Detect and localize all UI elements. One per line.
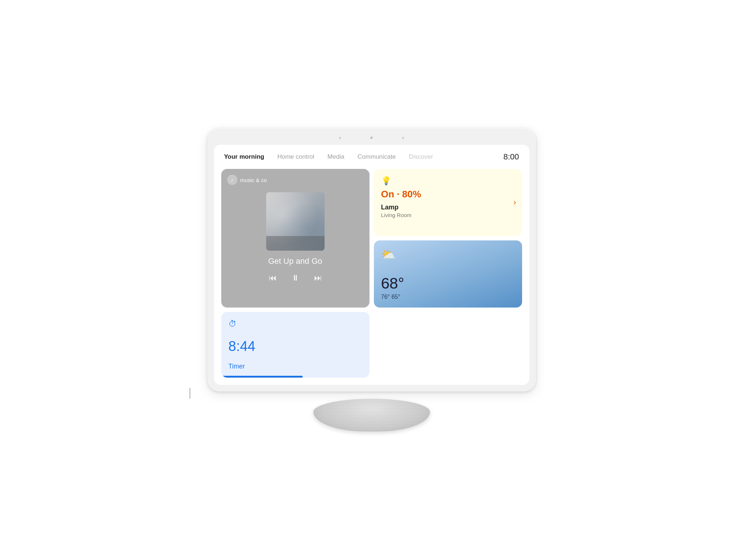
lamp-icon: 💡 [381, 176, 515, 186]
speaker-base [313, 399, 430, 432]
lamp-status: On · 80% [381, 189, 515, 200]
timer-progress-bar [221, 376, 303, 378]
timer-time: 8:44 [229, 339, 362, 354]
google-nest-hub: Your morning Home control Media Communic… [207, 128, 536, 432]
lamp-card[interactable]: 💡 On · 80% Lamp Living Room › [374, 169, 522, 236]
speaker-base-wrapper [313, 388, 430, 432]
weather-card[interactable]: ⛅ 68° 76° 65° [374, 240, 522, 308]
weather-temperature: 68° [381, 275, 515, 292]
nav-home-control[interactable]: Home control [277, 153, 314, 161]
power-cable [189, 388, 191, 399]
nav-media[interactable]: Media [328, 153, 344, 161]
music-card[interactable]: ♪ music & co Get Up and Go ⏮ ⏸ ⏭ [221, 169, 369, 308]
timer-card[interactable]: ⏱ 8:44 Timer [221, 312, 369, 378]
nav-communicate[interactable]: Communicate [357, 153, 396, 161]
skip-next-button[interactable]: ⏭ [314, 273, 322, 283]
lamp-name: Lamp [381, 204, 515, 211]
camera-dot-right [402, 137, 404, 139]
camera-dot-center [370, 136, 373, 139]
timer-icon: ⏱ [229, 319, 362, 329]
nav-your-morning[interactable]: Your morning [224, 153, 264, 161]
song-title: Get Up and Go [227, 256, 364, 266]
nav-bar: Your morning Home control Media Communic… [214, 145, 529, 167]
chevron-right-icon[interactable]: › [513, 198, 516, 207]
clock-display: 8:00 [503, 152, 519, 162]
device-body: Your morning Home control Media Communic… [207, 128, 536, 391]
music-controls: ⏮ ⏸ ⏭ [227, 273, 364, 283]
timer-label: Timer [229, 363, 362, 370]
weather-temp-range: 76° 65° [381, 294, 515, 300]
camera-bar [214, 135, 529, 140]
music-service-label: music & co [240, 177, 267, 183]
content-grid: ♪ music & co Get Up and Go ⏮ ⏸ ⏭ 💡 On · … [214, 167, 529, 385]
skip-previous-button[interactable]: ⏮ [269, 273, 277, 283]
nav-discover[interactable]: Discover [409, 153, 433, 161]
weather-icon: ⛅ [381, 248, 515, 262]
music-source: ♪ music & co [227, 175, 267, 185]
speaker-fabric [313, 399, 430, 432]
album-art [266, 192, 325, 251]
pause-button[interactable]: ⏸ [291, 273, 299, 283]
lamp-location: Living Room [381, 212, 515, 218]
device-screen: Your morning Home control Media Communic… [214, 145, 529, 385]
music-service-icon: ♪ [227, 175, 237, 185]
camera-dot-left [339, 137, 341, 139]
